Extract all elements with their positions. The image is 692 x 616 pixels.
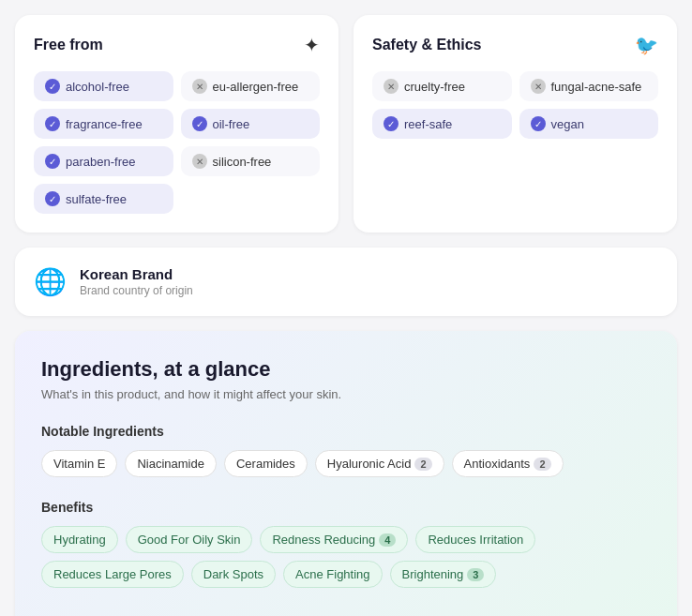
tag-label: paraben-free	[66, 155, 135, 169]
tag-sulfate-free[interactable]: ✓sulfate-free	[34, 184, 173, 214]
tag-label: vegan	[551, 117, 584, 131]
chip-count: 4	[379, 533, 396, 547]
tag-label: alcohol-free	[66, 80, 129, 94]
chip-label: Good For Oily Skin	[138, 533, 241, 547]
brand-info: Korean Brand Brand country of origin	[80, 266, 193, 297]
tag-label: reef-safe	[404, 117, 452, 131]
tag-oil-free[interactable]: ✓oil-free	[181, 109, 321, 139]
notable-chip-niacinamide[interactable]: Niacinamide	[125, 450, 217, 477]
benefits-label: Benefits	[41, 500, 651, 515]
cross-icon: ✕	[384, 79, 399, 94]
free-from-card: Free from ✦ ✓alcohol-free✕eu-allergen-fr…	[15, 15, 338, 233]
chip-label: Ceramides	[236, 457, 295, 471]
chip-count: 2	[534, 458, 550, 471]
check-icon: ✓	[45, 116, 60, 131]
tag-label: cruelty-free	[404, 80, 465, 94]
safety-ethics-card: Safety & Ethics 🐦 ✕cruelty-free✕fungal-a…	[354, 15, 677, 233]
check-icon: ✓	[531, 116, 546, 131]
tag-vegan[interactable]: ✓vegan	[519, 109, 659, 139]
notable-chip-vitamin-e[interactable]: Vitamin E	[41, 450, 117, 477]
safety-title: Safety & Ethics	[372, 37, 481, 53]
brand-subtitle: Brand country of origin	[80, 284, 193, 297]
benefit-chip-good-for-oily-skin[interactable]: Good For Oily Skin	[126, 526, 253, 553]
check-icon: ✓	[45, 154, 60, 169]
ingredients-card: Ingredients, at a glance What's in this …	[15, 331, 677, 616]
cross-icon: ✕	[192, 79, 207, 94]
benefit-chip-hydrating[interactable]: Hydrating	[41, 526, 118, 553]
chip-count: 3	[467, 568, 484, 581]
chip-label: Reduces Large Pores	[53, 567, 172, 581]
tag-fragrance-free[interactable]: ✓fragrance-free	[34, 109, 173, 139]
notable-chip-antioxidants[interactable]: Antioxidants2	[452, 450, 564, 477]
safety-tag-grid: ✕cruelty-free✕fungal-acne-safe✓reef-safe…	[372, 71, 658, 139]
free-from-tag-grid: ✓alcohol-free✕eu-allergen-free✓fragrance…	[34, 71, 320, 214]
chip-label: Redness Reducing	[272, 533, 375, 547]
safety-icon: 🐦	[635, 34, 658, 56]
brand-title: Korean Brand	[80, 266, 193, 282]
benefits-chips: HydratingGood For Oily SkinRedness Reduc…	[41, 526, 651, 588]
free-from-header: Free from ✦	[34, 34, 320, 56]
tag-label: oil-free	[213, 117, 250, 131]
chip-label: Reduces Irritation	[428, 533, 523, 547]
check-icon: ✓	[45, 79, 60, 94]
chip-label: Acne Fighting	[295, 567, 370, 581]
chip-label: Hyaluronic Acid	[327, 457, 412, 471]
tag-eu-allergen-free[interactable]: ✕eu-allergen-free	[181, 71, 321, 101]
check-icon: ✓	[192, 116, 207, 131]
benefit-chip-reduces-irritation[interactable]: Reduces Irritation	[415, 526, 535, 553]
tag-silicon-free[interactable]: ✕silicon-free	[181, 146, 321, 176]
notable-chip-hyaluronic-acid[interactable]: Hyaluronic Acid2	[315, 450, 444, 477]
chip-label: Antioxidants	[464, 457, 531, 471]
benefit-chip-dark-spots[interactable]: Dark Spots	[191, 561, 276, 588]
tag-fungal-acne-safe[interactable]: ✕fungal-acne-safe	[519, 71, 659, 101]
brand-card: 🌐 Korean Brand Brand country of origin	[15, 248, 677, 316]
notable-ingredients-label: Notable Ingredients	[41, 424, 651, 439]
notable-ingredients-chips: Vitamin ENiacinamideCeramidesHyaluronic …	[41, 450, 651, 477]
tag-cruelty-free[interactable]: ✕cruelty-free	[372, 71, 512, 101]
tag-label: silicon-free	[213, 155, 272, 169]
benefit-chip-redness-reducing[interactable]: Redness Reducing4	[260, 526, 408, 553]
tag-reef-safe[interactable]: ✓reef-safe	[372, 109, 512, 139]
tag-label: sulfate-free	[66, 192, 127, 206]
ingredients-title: Ingredients, at a glance	[41, 357, 651, 382]
ingredients-subtitle: What's in this product, and how it might…	[41, 387, 651, 401]
cross-icon: ✕	[192, 154, 207, 169]
safety-header: Safety & Ethics 🐦	[372, 34, 658, 56]
chip-label: Niacinamide	[137, 457, 204, 471]
tag-paraben-free[interactable]: ✓paraben-free	[34, 146, 173, 176]
tag-alcohol-free[interactable]: ✓alcohol-free	[34, 71, 173, 101]
chip-label: Vitamin E	[53, 457, 105, 471]
benefit-chip-reduces-large-pores[interactable]: Reduces Large Pores	[41, 561, 184, 588]
free-from-icon: ✦	[304, 34, 320, 56]
tag-label: fungal-acne-safe	[551, 80, 642, 94]
tag-label: eu-allergen-free	[213, 80, 299, 94]
notable-chip-ceramides[interactable]: Ceramides	[224, 450, 308, 477]
check-icon: ✓	[45, 191, 60, 206]
brand-globe-icon: 🌐	[34, 266, 67, 297]
chip-label: Hydrating	[53, 533, 106, 547]
tag-label: fragrance-free	[66, 117, 143, 131]
benefit-chip-brightening[interactable]: Brightening3	[390, 561, 497, 588]
chip-count: 2	[414, 458, 431, 471]
free-from-title: Free from	[34, 37, 103, 53]
chip-label: Dark Spots	[203, 567, 263, 581]
cross-icon: ✕	[531, 79, 546, 94]
benefit-chip-acne-fighting[interactable]: Acne Fighting	[283, 561, 383, 588]
check-icon: ✓	[384, 116, 399, 131]
chip-label: Brightening	[402, 567, 464, 581]
